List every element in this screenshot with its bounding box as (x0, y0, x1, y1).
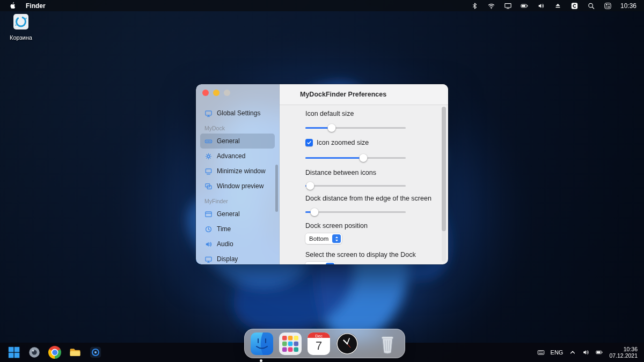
eject-icon[interactable] (554, 2, 562, 10)
file-explorer-icon[interactable] (68, 345, 83, 360)
sidebar-section-myfinder: MyFinder (200, 194, 275, 206)
active-app-name[interactable]: Finder (26, 2, 46, 10)
monitor-icon (204, 109, 213, 117)
language-indicator[interactable]: ENG (551, 349, 564, 356)
icon-zoomed-size-checkbox[interactable] (305, 139, 313, 146)
menubar-window-icon (204, 210, 213, 218)
sidebar-item-label: General (217, 210, 240, 218)
sidebar-item-label: General (217, 137, 240, 145)
chrome-icon[interactable] (47, 345, 62, 360)
dock-icon (204, 137, 213, 145)
volume-icon[interactable] (537, 2, 546, 10)
sidebar-item-label: Audio (217, 240, 233, 248)
svg-text:7: 7 (316, 339, 322, 352)
slider-thumb[interactable] (360, 154, 368, 162)
sidebar-item-label: Minimize window (217, 167, 266, 175)
icon-default-size-slider[interactable] (305, 123, 406, 132)
sidebar-item-myfinder-general[interactable]: General (200, 206, 275, 221)
sidebar-item-label: Global Settings (217, 109, 260, 117)
touch-keyboard-icon[interactable] (537, 349, 545, 356)
slider-track (305, 211, 406, 213)
tray-volume-icon[interactable] (582, 349, 590, 356)
dock: Dec 7 (244, 329, 405, 358)
sidebar-section-mydock: MyDock (200, 121, 275, 134)
slider-track (305, 185, 406, 187)
input-source-icon[interactable] (570, 2, 579, 10)
slider-fill (305, 157, 363, 159)
stepper-icon (326, 263, 334, 264)
icon-zoomed-size-row[interactable]: Icon zoomed size (305, 138, 448, 147)
sidebar-item-label: Window preview (217, 182, 264, 190)
check-icon (306, 140, 312, 145)
tray-battery-icon[interactable] (596, 349, 603, 356)
recycle-bin-label: Корзина (2, 34, 40, 41)
sidebar-item-label: Advanced (217, 152, 245, 160)
speaker-icon (204, 240, 213, 248)
zoom-window-button[interactable] (224, 90, 230, 96)
sidebar-item-time[interactable]: Time (200, 221, 275, 237)
gear-icon (204, 152, 213, 160)
svg-text:Dec: Dec (315, 333, 323, 338)
dock-launchpad-icon[interactable] (279, 332, 302, 356)
apple-menu-icon[interactable] (9, 2, 17, 10)
hidden-icons-chevron-icon[interactable] (569, 349, 576, 356)
minimize-window-button[interactable] (213, 90, 219, 96)
menu-bar-clock[interactable]: 10:36 (620, 2, 636, 10)
start-button[interactable] (6, 345, 21, 360)
bluetooth-icon[interactable] (471, 2, 479, 10)
wifi-icon[interactable] (487, 2, 496, 10)
settings-panel: Icon default size Icon zoomed size Dista… (280, 105, 448, 264)
content-scrollbar-track[interactable] (442, 107, 446, 262)
taskbar-app-icon[interactable] (27, 345, 42, 360)
sidebar-item-minimize-window[interactable]: Minimize window (200, 164, 275, 179)
screen-select-value: Auto (309, 264, 322, 264)
search-icon[interactable] (587, 2, 596, 10)
dock-clock-icon[interactable] (335, 332, 359, 356)
dock-calendar-icon[interactable]: Dec 7 (307, 332, 331, 356)
dock-screen-position-label: Dock screen position (305, 221, 448, 230)
taskbar-time: 10:36 (609, 346, 638, 353)
slider-thumb[interactable] (327, 124, 335, 132)
slider-thumb[interactable] (306, 182, 314, 190)
distance-between-icons-label: Distance between icons (305, 168, 448, 177)
sidebar-item-label: Time (217, 225, 231, 233)
dock-position-select[interactable]: Bottom (305, 233, 342, 244)
dock-finder-icon[interactable] (250, 332, 274, 356)
sidebar-item-window-preview[interactable]: Window preview (200, 179, 275, 194)
window-titlebar: MyDockFinder Preferences (280, 84, 448, 105)
sidebar-item-mydock-general[interactable]: General (200, 134, 275, 149)
taskbar-clock[interactable]: 10:36 07.12.2021 (609, 346, 638, 359)
window-controls (202, 90, 230, 96)
content-scrollbar-thumb[interactable] (442, 107, 446, 231)
sidebar-item-label: Display (217, 255, 238, 263)
taskbar-date: 07.12.2021 (609, 352, 638, 359)
window-sidebar: Global Settings MyDock General Advanced … (196, 84, 280, 264)
display-menu-icon[interactable] (504, 2, 513, 10)
clock-icon (204, 225, 213, 233)
mydockfinder-app-icon[interactable] (88, 345, 103, 360)
control-center-icon[interactable] (604, 2, 612, 10)
sidebar-item-audio[interactable]: Audio (200, 237, 275, 252)
dock-position-value: Bottom (309, 235, 328, 242)
preferences-window: Global Settings MyDock General Advanced … (196, 84, 448, 264)
dock-trash-icon[interactable] (376, 332, 399, 356)
dock-distance-slider[interactable] (305, 208, 406, 216)
sidebar-item-advanced[interactable]: Advanced (200, 149, 275, 164)
distance-between-icons-slider[interactable] (305, 181, 406, 190)
display-icon (204, 255, 213, 263)
screen-select[interactable]: Auto (305, 262, 335, 264)
icon-zoomed-size-slider[interactable] (305, 153, 406, 162)
sidebar-item-display[interactable]: Display (200, 252, 275, 264)
recycle-bin-desktop-icon[interactable]: Корзина (2, 13, 40, 41)
desktop: Finder (0, 0, 644, 362)
icon-default-size-label: Icon default size (305, 109, 448, 118)
close-window-button[interactable] (202, 90, 209, 96)
sidebar-scrollbar[interactable] (275, 165, 278, 212)
slider-thumb[interactable] (310, 208, 318, 216)
stepper-icon (332, 234, 341, 243)
battery-icon[interactable] (521, 2, 529, 10)
window-preview-icon (204, 182, 213, 190)
sidebar-nav: Global Settings MyDock General Advanced … (196, 106, 279, 264)
minimize-window-icon (204, 167, 213, 175)
sidebar-item-global-settings[interactable]: Global Settings (200, 106, 275, 121)
